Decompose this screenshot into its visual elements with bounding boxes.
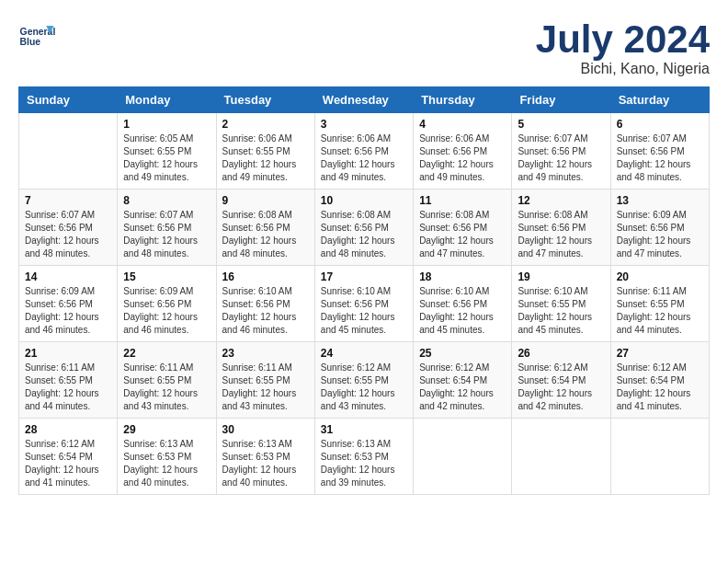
header-sunday: Sunday: [19, 87, 118, 113]
day-info: Sunrise: 6:10 AM Sunset: 6:56 PM Dayligh…: [419, 285, 506, 337]
day-info: Sunrise: 6:12 AM Sunset: 6:54 PM Dayligh…: [518, 362, 604, 413]
table-row: 8Sunrise: 6:07 AM Sunset: 6:56 PM Daylig…: [118, 190, 216, 266]
table-row: 26Sunrise: 6:12 AM Sunset: 6:54 PM Dayli…: [512, 342, 610, 419]
table-row: 24Sunrise: 6:12 AM Sunset: 6:55 PM Dayli…: [314, 342, 413, 419]
table-row: 6Sunrise: 6:07 AM Sunset: 6:56 PM Daylig…: [610, 113, 709, 190]
day-info: Sunrise: 6:09 AM Sunset: 6:56 PM Dayligh…: [123, 285, 210, 337]
table-row: 30Sunrise: 6:13 AM Sunset: 6:53 PM Dayli…: [216, 419, 314, 495]
calendar-week-row: 1Sunrise: 6:05 AM Sunset: 6:55 PM Daylig…: [19, 113, 710, 190]
table-row: 31Sunrise: 6:13 AM Sunset: 6:53 PM Dayli…: [314, 419, 413, 495]
header-thursday: Thursday: [414, 87, 512, 113]
day-info: Sunrise: 6:07 AM Sunset: 6:56 PM Dayligh…: [25, 209, 111, 260]
day-number: 23: [222, 347, 309, 360]
day-number: 30: [222, 423, 309, 436]
table-row: [512, 419, 610, 495]
day-info: Sunrise: 6:13 AM Sunset: 6:53 PM Dayligh…: [123, 438, 210, 489]
day-info: Sunrise: 6:07 AM Sunset: 6:56 PM Dayligh…: [123, 209, 210, 260]
day-number: 1: [123, 118, 210, 131]
day-info: Sunrise: 6:12 AM Sunset: 6:55 PM Dayligh…: [321, 362, 407, 413]
title-area: July 2024 Bichi, Kano, Nigeria: [536, 18, 710, 77]
day-info: Sunrise: 6:11 AM Sunset: 6:55 PM Dayligh…: [25, 362, 111, 413]
table-row: 4Sunrise: 6:06 AM Sunset: 6:56 PM Daylig…: [414, 113, 512, 190]
day-info: Sunrise: 6:09 AM Sunset: 6:56 PM Dayligh…: [25, 285, 111, 337]
header-friday: Friday: [512, 87, 610, 113]
table-row: 18Sunrise: 6:10 AM Sunset: 6:56 PM Dayli…: [414, 266, 512, 342]
day-info: Sunrise: 6:13 AM Sunset: 6:53 PM Dayligh…: [321, 438, 407, 489]
table-row: 25Sunrise: 6:12 AM Sunset: 6:54 PM Dayli…: [414, 342, 512, 419]
table-row: 23Sunrise: 6:11 AM Sunset: 6:55 PM Dayli…: [216, 342, 314, 419]
day-info: Sunrise: 6:07 AM Sunset: 6:56 PM Dayligh…: [518, 132, 604, 184]
table-row: [610, 419, 709, 495]
day-number: 25: [419, 347, 506, 360]
day-number: 3: [321, 118, 407, 131]
day-number: 7: [25, 194, 111, 207]
table-row: 29Sunrise: 6:13 AM Sunset: 6:53 PM Dayli…: [118, 419, 216, 495]
day-number: 18: [419, 270, 506, 283]
table-row: 2Sunrise: 6:06 AM Sunset: 6:55 PM Daylig…: [216, 113, 314, 190]
day-number: 2: [222, 118, 309, 131]
calendar-week-row: 7Sunrise: 6:07 AM Sunset: 6:56 PM Daylig…: [19, 190, 710, 266]
table-row: 27Sunrise: 6:12 AM Sunset: 6:54 PM Dayli…: [610, 342, 709, 419]
calendar-location: Bichi, Kano, Nigeria: [536, 61, 710, 77]
day-number: 13: [617, 194, 703, 207]
day-info: Sunrise: 6:10 AM Sunset: 6:56 PM Dayligh…: [222, 285, 309, 337]
day-info: Sunrise: 6:13 AM Sunset: 6:53 PM Dayligh…: [222, 438, 309, 489]
day-number: 21: [25, 347, 111, 360]
table-row: 5Sunrise: 6:07 AM Sunset: 6:56 PM Daylig…: [512, 113, 610, 190]
day-info: Sunrise: 6:06 AM Sunset: 6:56 PM Dayligh…: [321, 132, 407, 184]
day-info: Sunrise: 6:12 AM Sunset: 6:54 PM Dayligh…: [25, 438, 111, 489]
day-number: 11: [419, 194, 506, 207]
day-number: 5: [518, 118, 604, 131]
calendar-week-row: 28Sunrise: 6:12 AM Sunset: 6:54 PM Dayli…: [19, 419, 710, 495]
table-row: 7Sunrise: 6:07 AM Sunset: 6:56 PM Daylig…: [19, 190, 118, 266]
day-info: Sunrise: 6:06 AM Sunset: 6:56 PM Dayligh…: [419, 132, 506, 184]
table-row: 15Sunrise: 6:09 AM Sunset: 6:56 PM Dayli…: [118, 266, 216, 342]
table-row: 14Sunrise: 6:09 AM Sunset: 6:56 PM Dayli…: [19, 266, 118, 342]
day-info: Sunrise: 6:12 AM Sunset: 6:54 PM Dayligh…: [419, 362, 506, 413]
calendar-title: July 2024: [536, 18, 710, 61]
day-info: Sunrise: 6:12 AM Sunset: 6:54 PM Dayligh…: [617, 362, 703, 413]
table-row: 20Sunrise: 6:11 AM Sunset: 6:55 PM Dayli…: [610, 266, 709, 342]
day-info: Sunrise: 6:08 AM Sunset: 6:56 PM Dayligh…: [321, 209, 407, 260]
day-info: Sunrise: 6:11 AM Sunset: 6:55 PM Dayligh…: [617, 285, 703, 337]
header-tuesday: Tuesday: [216, 87, 314, 113]
day-number: 27: [617, 347, 703, 360]
day-number: 31: [321, 423, 407, 436]
day-number: 10: [321, 194, 407, 207]
page-header: General Blue July 2024 Bichi, Kano, Nige…: [18, 18, 710, 77]
day-number: 17: [321, 270, 407, 283]
day-number: 9: [222, 194, 309, 207]
day-number: 26: [518, 347, 604, 360]
table-row: 1Sunrise: 6:05 AM Sunset: 6:55 PM Daylig…: [118, 113, 216, 190]
day-info: Sunrise: 6:09 AM Sunset: 6:56 PM Dayligh…: [617, 209, 703, 260]
table-row: 12Sunrise: 6:08 AM Sunset: 6:56 PM Dayli…: [512, 190, 610, 266]
table-row: 17Sunrise: 6:10 AM Sunset: 6:56 PM Dayli…: [314, 266, 413, 342]
logo: General Blue: [18, 18, 55, 55]
day-info: Sunrise: 6:05 AM Sunset: 6:55 PM Dayligh…: [123, 132, 210, 184]
day-number: 16: [222, 270, 309, 283]
day-info: Sunrise: 6:10 AM Sunset: 6:56 PM Dayligh…: [321, 285, 407, 337]
svg-text:Blue: Blue: [20, 37, 41, 47]
day-number: 15: [123, 270, 210, 283]
logo-icon: General Blue: [18, 18, 55, 55]
table-row: 19Sunrise: 6:10 AM Sunset: 6:55 PM Dayli…: [512, 266, 610, 342]
table-row: [414, 419, 512, 495]
day-info: Sunrise: 6:07 AM Sunset: 6:56 PM Dayligh…: [617, 132, 703, 184]
day-number: 12: [518, 194, 604, 207]
day-info: Sunrise: 6:10 AM Sunset: 6:55 PM Dayligh…: [518, 285, 604, 337]
day-info: Sunrise: 6:08 AM Sunset: 6:56 PM Dayligh…: [222, 209, 309, 260]
table-row: 22Sunrise: 6:11 AM Sunset: 6:55 PM Dayli…: [118, 342, 216, 419]
day-number: 4: [419, 118, 506, 131]
day-info: Sunrise: 6:06 AM Sunset: 6:55 PM Dayligh…: [222, 132, 309, 184]
header-saturday: Saturday: [610, 87, 709, 113]
table-row: 13Sunrise: 6:09 AM Sunset: 6:56 PM Dayli…: [610, 190, 709, 266]
calendar-table: Sunday Monday Tuesday Wednesday Thursday…: [18, 86, 710, 495]
table-row: 11Sunrise: 6:08 AM Sunset: 6:56 PM Dayli…: [414, 190, 512, 266]
day-info: Sunrise: 6:08 AM Sunset: 6:56 PM Dayligh…: [518, 209, 604, 260]
table-row: 28Sunrise: 6:12 AM Sunset: 6:54 PM Dayli…: [19, 419, 118, 495]
day-number: 14: [25, 270, 111, 283]
table-row: [19, 113, 118, 190]
day-number: 24: [321, 347, 407, 360]
calendar-week-row: 21Sunrise: 6:11 AM Sunset: 6:55 PM Dayli…: [19, 342, 710, 419]
day-info: Sunrise: 6:08 AM Sunset: 6:56 PM Dayligh…: [419, 209, 506, 260]
